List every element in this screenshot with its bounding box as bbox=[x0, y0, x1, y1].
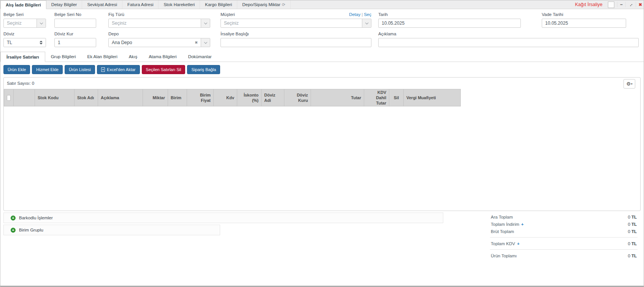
tab-grup-bilgileri[interactable]: Grup Bilgileri bbox=[45, 52, 82, 62]
close-icon[interactable]: ✖ bbox=[639, 3, 642, 7]
tab-ek-alan-bilgileri[interactable]: Ek Alan Bilgileri bbox=[82, 52, 123, 62]
siparis-bagla-button[interactable]: Sipariş Bağla bbox=[187, 65, 220, 74]
col-miktar[interactable]: Miktar bbox=[143, 89, 168, 106]
vade-tarihi-input[interactable] bbox=[542, 21, 626, 26]
accordion-label: Birim Gruplu bbox=[19, 228, 43, 232]
musteri-label: Müşteri bbox=[220, 12, 235, 17]
total-ara-toplam: Ara Toplam 0TL bbox=[490, 213, 638, 220]
tab-akis[interactable]: Akış bbox=[123, 52, 143, 62]
col-aciklama[interactable]: Açıklama bbox=[98, 89, 143, 106]
field-aciklama: Açıklama bbox=[378, 31, 639, 47]
vade-tarihi-label: Vade Tarihi bbox=[542, 12, 563, 17]
select-all-checkbox[interactable] bbox=[7, 95, 11, 101]
add-discount-icon[interactable]: + bbox=[521, 222, 524, 227]
chevron-down-icon[interactable] bbox=[362, 19, 371, 27]
main-tab-kargo-bilgileri[interactable]: Kargo Bilgileri bbox=[200, 0, 237, 9]
irsaliye-basligi-label: İrsaliye Başlığı bbox=[220, 32, 249, 36]
detail-tab-bar: İrsaliye Satırları Grup Bilgileri Ek Ala… bbox=[0, 52, 644, 62]
field-belge-seri-no: Belge Seri No bbox=[54, 12, 96, 28]
doviz-value: TL bbox=[4, 40, 40, 45]
main-tab-bar: Alış İade Bilgileri Detay Bilgiler Sevki… bbox=[0, 0, 644, 9]
col-iskonto[interactable]: İskonto (%) bbox=[237, 89, 262, 106]
tab-atama-bilgileri[interactable]: Atama Bilgileri bbox=[143, 52, 182, 62]
col-tutar[interactable]: Tutar bbox=[311, 89, 364, 106]
col-stok-adi[interactable]: Stok Adı bbox=[75, 89, 98, 106]
col-label: Tutar bbox=[351, 95, 361, 100]
divider bbox=[490, 237, 638, 238]
add-kdv-icon[interactable]: + bbox=[517, 241, 520, 246]
field-tarih: Tarih bbox=[378, 12, 521, 28]
depo-label: Depo bbox=[108, 32, 119, 36]
excel-aktar-button[interactable]: x Excel'den Aktar bbox=[97, 65, 140, 74]
titlebar-checkbox[interactable] bbox=[608, 2, 614, 8]
total-currency: TL bbox=[631, 254, 637, 258]
tarih-input[interactable] bbox=[379, 21, 520, 26]
barkodlu-islemler-accordion[interactable]: + Barkodlu İşlemler bbox=[3, 212, 443, 223]
belge-seri-no-input[interactable] bbox=[55, 21, 96, 26]
col-stok-kodu[interactable]: Stok Kodu bbox=[35, 89, 75, 106]
col-doviz-kuru[interactable]: Döviz Kuru bbox=[284, 89, 311, 106]
total-currency: TL bbox=[631, 222, 637, 227]
grid-toolbar: Ürün Ekle Hizmet Ekle Ürün Listesi x Exc… bbox=[0, 62, 644, 77]
col-sil[interactable]: Sil bbox=[389, 89, 404, 106]
depo-combobox[interactable]: Ana Depo ✖ bbox=[108, 38, 210, 47]
paper-irsaliye-link[interactable]: Kağıt İrsaliye bbox=[575, 2, 603, 7]
main-tab-fatura-adresi[interactable]: Fatura Adresi bbox=[122, 0, 159, 9]
main-tab-detay-bilgiler[interactable]: Detay Bilgiler bbox=[46, 0, 82, 9]
musteri-select[interactable]: Seçiniz bbox=[220, 19, 371, 28]
musteri-value: Seçiniz bbox=[221, 21, 362, 26]
grid-body-empty bbox=[4, 106, 640, 199]
urun-ekle-button[interactable]: Ürün Ekle bbox=[3, 65, 30, 74]
chevron-down-icon[interactable] bbox=[201, 19, 210, 27]
tarih-label: Tarih bbox=[378, 12, 388, 17]
grid-settings-button[interactable]: ⚙ ▾ bbox=[623, 79, 635, 89]
doviz-select[interactable]: TL bbox=[3, 38, 46, 47]
belge-seri-select[interactable]: Seçiniz bbox=[3, 19, 46, 28]
maximize-icon[interactable]: ↔ bbox=[628, 2, 633, 7]
chevron-down-icon[interactable] bbox=[36, 19, 46, 27]
col-blank bbox=[14, 89, 35, 106]
col-birim-fiyat[interactable]: Birim Fiyat bbox=[187, 89, 214, 106]
fis-turu-value: Seçiniz bbox=[109, 21, 201, 26]
birim-gruplu-accordion[interactable]: + Birim Gruplu bbox=[3, 225, 220, 235]
col-birim[interactable]: Birim bbox=[168, 89, 187, 106]
main-tab-depo-siparis-miktar[interactable]: Depo/Sipariş Miktar ⟳ bbox=[237, 0, 291, 9]
main-tab-sevkiyat-adresi[interactable]: Sevkiyat Adresi bbox=[82, 0, 122, 9]
button-label: Ürün Listesi bbox=[69, 67, 91, 72]
urun-listesi-button[interactable]: Ürün Listesi bbox=[65, 65, 95, 74]
hizmet-ekle-button[interactable]: Hizmet Ekle bbox=[32, 65, 63, 74]
main-tab-alis-iade-bilgileri[interactable]: Alış İade Bilgileri bbox=[0, 0, 46, 9]
button-label: Ürün Ekle bbox=[8, 67, 26, 72]
aciklama-input[interactable] bbox=[379, 40, 638, 45]
musteri-detay-link[interactable]: Detay bbox=[349, 12, 360, 17]
clear-icon[interactable]: ✖ bbox=[195, 41, 198, 44]
total-toplam-indirim: Toplam İndirim+ 0TL bbox=[490, 220, 638, 228]
excel-file-icon: x bbox=[101, 67, 105, 72]
tab-irsaliye-satirlari[interactable]: İrsaliye Satırları bbox=[0, 52, 45, 62]
field-vade-tarihi: Vade Tarihi bbox=[542, 12, 626, 28]
col-label: Kdv bbox=[226, 95, 234, 100]
maximize-glyph: ↔ bbox=[627, 2, 634, 8]
irsaliye-basligi-input[interactable] bbox=[221, 40, 371, 45]
total-value: 0 bbox=[628, 254, 630, 258]
col-kdv[interactable]: Kdv bbox=[214, 89, 237, 106]
field-belge-seri: Belge Seri Seçiniz bbox=[3, 12, 46, 28]
field-musteri: Müşteri Detay|Seç Seçiniz bbox=[220, 12, 371, 28]
main-tab-label: Stok Hareketleri bbox=[163, 2, 195, 7]
main-tab-label: Fatura Adresi bbox=[127, 2, 153, 7]
minimize-icon[interactable]: − bbox=[620, 2, 623, 7]
col-vergi-muafiyeti[interactable]: Vergi Muafiyeti bbox=[404, 89, 461, 106]
col-doviz-adi[interactable]: Döviz Adi bbox=[262, 89, 284, 106]
chevron-down-icon[interactable] bbox=[201, 38, 210, 47]
col-kdv-dahil-tutar[interactable]: KDV Dahil Tutar bbox=[364, 89, 389, 106]
secilen-satirlari-sil-button[interactable]: Seçilen Satırları Sil bbox=[142, 65, 186, 74]
total-label: Toplam KDV bbox=[491, 241, 515, 246]
tab-dokumanlar[interactable]: Dokümanlar bbox=[182, 52, 217, 62]
musteri-sec-link[interactable]: Seç bbox=[364, 12, 371, 17]
total-value: 0 bbox=[628, 222, 630, 227]
col-label: Stok Adı bbox=[77, 95, 94, 100]
fis-turu-select[interactable]: Seçiniz bbox=[108, 19, 210, 28]
doviz-kur-input[interactable] bbox=[55, 40, 96, 45]
header-form: Belge Seri Seçiniz Belge Seri No Fiş Tür… bbox=[0, 9, 644, 51]
main-tab-stok-hareketleri[interactable]: Stok Hareketleri bbox=[159, 0, 200, 9]
